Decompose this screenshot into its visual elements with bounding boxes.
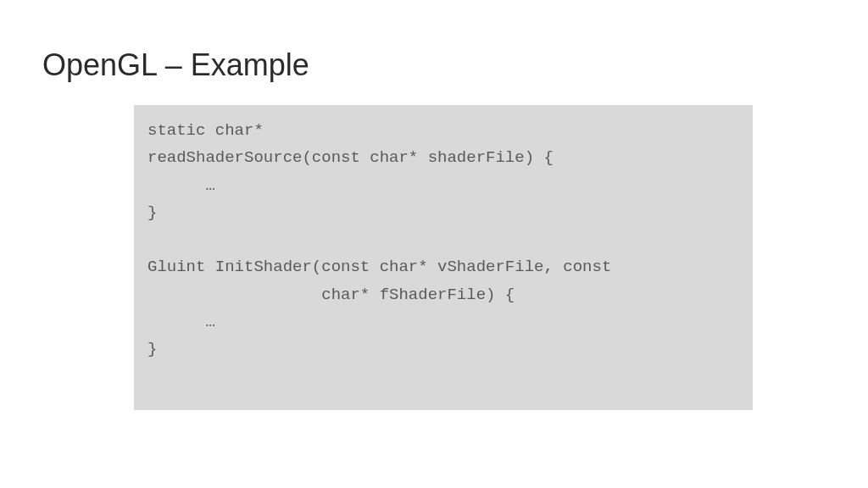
code-line: … (147, 172, 739, 199)
code-line: char* fShaderFile) { (147, 281, 739, 308)
code-line: } (147, 199, 739, 226)
slide: OpenGL – Example static char* readShader… (0, 0, 868, 488)
slide-title: OpenGL – Example (42, 47, 826, 83)
code-line: Gluint InitShader(const char* vShaderFil… (147, 253, 739, 280)
code-line: readShaderSource(const char* shaderFile)… (147, 144, 739, 171)
code-line: static char* (147, 117, 739, 144)
code-block: static char* readShaderSource(const char… (134, 105, 753, 410)
code-line: … (147, 308, 739, 336)
code-line (147, 226, 739, 253)
code-line: } (147, 336, 739, 363)
